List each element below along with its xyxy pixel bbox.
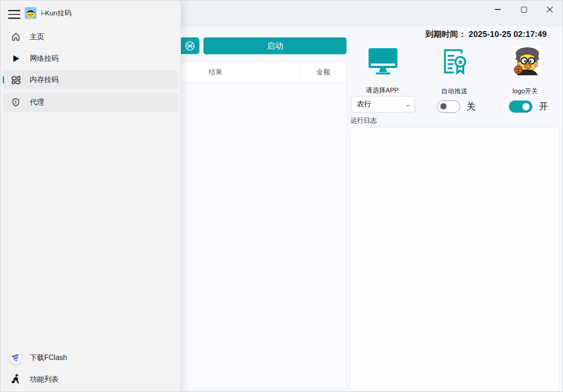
sidebar-item-proxy[interactable]: 代理 <box>3 93 179 112</box>
sidebar-item-home[interactable]: 主页 <box>3 27 179 46</box>
monitor-icon <box>367 47 399 76</box>
logo-switch-state: 开 <box>539 100 548 113</box>
logo-switch-toggle[interactable] <box>509 100 532 113</box>
app-select-dropdown[interactable]: 农行 ⌄ <box>351 96 415 113</box>
column-header-amount: 金额 <box>300 62 346 82</box>
expiry-time: 到期时间： 2025-10-25 02:17:49 <box>425 29 547 40</box>
chevron-down-icon: ⌄ <box>405 101 411 108</box>
app-title: i-Kun拉码 <box>41 9 71 18</box>
close-button[interactable] <box>540 2 560 17</box>
logo-switch-label: logo开关 <box>512 87 538 96</box>
sidebar-item-label: 主页 <box>30 32 44 42</box>
play-icon <box>10 53 21 64</box>
logo-avatar <box>512 46 541 75</box>
memory-grid-icon <box>10 74 21 85</box>
home-icon <box>10 32 21 42</box>
expiry-label: 到期时间： <box>425 30 466 39</box>
sidebar-item-feature-list[interactable]: 功能列表 <box>3 370 179 389</box>
app-window: 到期时间： 2025-10-25 02:17:49 启动 结果 金额 请选择AP… <box>0 0 563 392</box>
toggle-knob <box>522 103 530 110</box>
app-header: i-Kun拉码 <box>25 7 71 19</box>
sidebar-item-network-pull[interactable]: 网络拉码 <box>3 49 179 68</box>
basketball-player-icon <box>10 374 21 385</box>
auto-push-state: 关 <box>466 100 475 113</box>
minimize-icon <box>495 9 501 10</box>
expiry-value: 2025-10-25 02:17:49 <box>469 30 547 39</box>
start-button[interactable]: 启动 <box>203 37 346 54</box>
hamburger-menu-button[interactable] <box>7 6 27 23</box>
run-log-output[interactable] <box>350 127 560 392</box>
window-controls <box>488 2 560 17</box>
maximize-icon <box>521 7 527 13</box>
fclash-icon <box>10 352 21 363</box>
app-logo-icon <box>25 7 37 19</box>
sidebar-item-label: 网络拉码 <box>30 54 59 64</box>
sidebar-item-memory-pull[interactable]: 内存拉码 <box>3 70 179 89</box>
minimize-button[interactable] <box>488 2 508 17</box>
auto-push-label: 自动推送 <box>441 87 467 96</box>
sidebar-item-label: 下载FClash <box>30 353 67 363</box>
app-select-value: 农行 <box>357 100 371 109</box>
run-log-label: 运行日志 <box>351 116 377 125</box>
maximize-button[interactable] <box>514 2 534 17</box>
sidebar-item-label: 内存拉码 <box>30 75 59 85</box>
auto-push-toggle[interactable] <box>437 100 460 113</box>
shield-icon <box>10 97 21 108</box>
sidebar-item-label: 功能列表 <box>30 375 59 384</box>
basketball-icon <box>184 40 196 52</box>
sidebar-item-download-fclash[interactable]: 下载FClash <box>3 348 179 367</box>
certificate-icon <box>440 46 470 75</box>
navigation-drawer: i-Kun拉码 主页 网络拉码 <box>0 0 181 392</box>
selection-indicator <box>3 76 4 83</box>
toggle-knob <box>440 103 447 109</box>
close-icon <box>547 6 553 13</box>
app-select-label: 请选择APP <box>366 86 399 95</box>
sidebar-item-label: 代理 <box>30 98 44 107</box>
